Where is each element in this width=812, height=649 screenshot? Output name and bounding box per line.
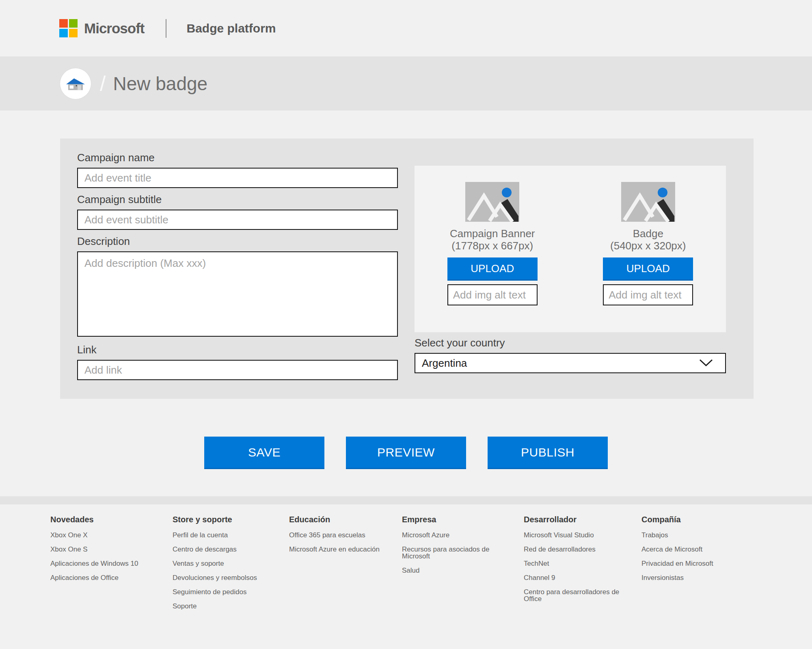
footer: Novedades Xbox One XXbox One SAplicacion…	[0, 504, 812, 649]
preview-button[interactable]: PREVIEW	[346, 437, 466, 469]
footer-link[interactable]: Trabajos	[641, 532, 755, 539]
microsoft-logo-icon	[59, 19, 78, 37]
footer-link[interactable]: Red de desarrolladores	[524, 546, 637, 553]
brand-name: Microsoft	[84, 20, 145, 37]
top-bar: Microsoft Badge platform	[0, 0, 812, 56]
footer-link[interactable]: Aplicaciones de Windows 10	[50, 560, 164, 567]
upload-panel: Campaign Banner (1778px x 667px) UPLOAD …	[415, 166, 726, 332]
home-icon	[66, 76, 85, 91]
image-placeholder-icon	[465, 182, 519, 222]
footer-column-list: Perfil de la cuentaCentro de descargasVe…	[173, 532, 286, 610]
description-label: Description	[77, 235, 398, 248]
footer-link[interactable]: Acerca de Microsoft	[641, 546, 755, 553]
footer-link[interactable]: Microsoft Azure en educación	[289, 546, 403, 553]
footer-column-novedades: Novedades Xbox One XXbox One SAplicacion…	[50, 515, 164, 581]
breadcrumb: / New badge	[0, 56, 812, 110]
save-button[interactable]: SAVE	[204, 437, 324, 469]
footer-link[interactable]: TechNet	[524, 560, 637, 567]
footer-link[interactable]: Privacidad en Microsoft	[641, 560, 755, 567]
upload-title: Badge	[633, 227, 663, 240]
footer-column-list: Xbox One XXbox One SAplicaciones de Wind…	[50, 532, 164, 581]
new-badge-form: Campaign name Campaign subtitle Descript…	[60, 138, 754, 399]
badge-alt-text-input[interactable]	[603, 284, 693, 305]
footer-link[interactable]: Xbox One S	[50, 546, 164, 553]
footer-link[interactable]: Office 365 para escuelas	[289, 532, 403, 539]
footer-link[interactable]: Salud	[402, 567, 516, 574]
footer-link[interactable]: Microsoft Visual Studio	[524, 532, 637, 539]
footer-link[interactable]: Xbox One X	[50, 532, 164, 539]
link-label: Link	[77, 344, 398, 356]
footer-link[interactable]: Channel 9	[524, 574, 637, 581]
campaign-name-input[interactable]	[77, 168, 398, 188]
banner-alt-text-input[interactable]	[447, 284, 538, 305]
badge-platform-page: Microsoft Badge platform / New badge Cam…	[0, 0, 812, 649]
footer-column-title: Desarrollador	[524, 515, 637, 524]
footer-link[interactable]: Recursos para asociados de Microsoft	[402, 546, 516, 560]
footer-link[interactable]: Centro de descargas	[173, 546, 286, 553]
app-title: Badge platform	[187, 22, 276, 35]
country-select-group: Select your country Argentina	[415, 337, 726, 373]
footer-link[interactable]: Centro para desarrolladores de Office	[524, 588, 637, 602]
upload-badge-button[interactable]: UPLOAD	[603, 257, 693, 281]
footer-column-list: TrabajosAcerca de MicrosoftPrivacidad en…	[641, 532, 755, 581]
footer-column-empresa: Empresa Microsoft AzureRecursos para aso…	[402, 515, 516, 574]
footer-link[interactable]: Microsoft Azure	[402, 532, 516, 539]
footer-link[interactable]: Seguimiento de pedidos	[173, 588, 286, 595]
footer-column-desarrollador: Desarrollador Microsoft Visual StudioRed…	[524, 515, 637, 602]
form-left-column: Campaign name Campaign subtitle Descript…	[77, 151, 398, 385]
image-placeholder-icon	[621, 182, 675, 222]
footer-link[interactable]: Devoluciones y reembolsos	[173, 574, 286, 581]
footer-column-store-soporte: Store y soporte Perfil de la cuentaCentr…	[173, 515, 286, 610]
campaign-name-label: Campaign name	[77, 151, 398, 164]
action-button-row: SAVE PREVIEW PUBLISH	[0, 437, 812, 469]
footer-column-list: Microsoft AzureRecursos para asociados d…	[402, 532, 516, 574]
upload-dimensions: (540px x 320px)	[610, 240, 686, 252]
footer-column-list: Office 365 para escuelasMicrosoft Azure …	[289, 532, 403, 553]
footer-divider-band	[0, 496, 812, 504]
footer-column-compania: Compañía TrabajosAcerca de MicrosoftPriv…	[641, 515, 755, 581]
footer-column-title: Novedades	[50, 515, 164, 524]
footer-column-title: Compañía	[641, 515, 755, 524]
upload-dimensions: (1778px x 667px)	[451, 240, 533, 252]
page-title: New badge	[113, 73, 207, 95]
breadcrumb-separator: /	[100, 71, 106, 96]
badge-upload-group: Badge (540px x 320px) UPLOAD	[603, 182, 693, 332]
footer-column-title: Store y soporte	[173, 515, 286, 524]
footer-link[interactable]: Ventas y soporte	[173, 560, 286, 567]
link-input[interactable]	[77, 360, 398, 380]
country-select-label: Select your country	[415, 337, 726, 349]
publish-button[interactable]: PUBLISH	[488, 437, 608, 469]
campaign-subtitle-input[interactable]	[77, 210, 398, 230]
header-divider	[166, 19, 166, 38]
footer-column-title: Empresa	[402, 515, 516, 524]
footer-column-educacion: Educación Office 365 para escuelasMicros…	[289, 515, 403, 553]
upload-title: Campaign Banner	[450, 227, 535, 240]
country-select[interactable]: Argentina	[415, 353, 726, 373]
footer-link[interactable]: Soporte	[173, 603, 286, 610]
home-button[interactable]	[60, 68, 91, 99]
footer-column-list: Microsoft Visual StudioRed de desarrolla…	[524, 532, 637, 602]
chevron-down-icon	[699, 359, 713, 367]
footer-column-title: Educación	[289, 515, 403, 524]
campaign-banner-upload-group: Campaign Banner (1778px x 667px) UPLOAD	[447, 182, 538, 332]
description-textarea[interactable]	[77, 251, 398, 337]
footer-link[interactable]: Perfil de la cuenta	[173, 532, 286, 539]
footer-link[interactable]: Inversionistas	[641, 574, 755, 581]
upload-banner-button[interactable]: UPLOAD	[447, 257, 538, 281]
footer-link[interactable]: Aplicaciones de Office	[50, 574, 164, 581]
country-selected-value: Argentina	[422, 357, 467, 370]
campaign-subtitle-label: Campaign subtitle	[77, 193, 398, 206]
